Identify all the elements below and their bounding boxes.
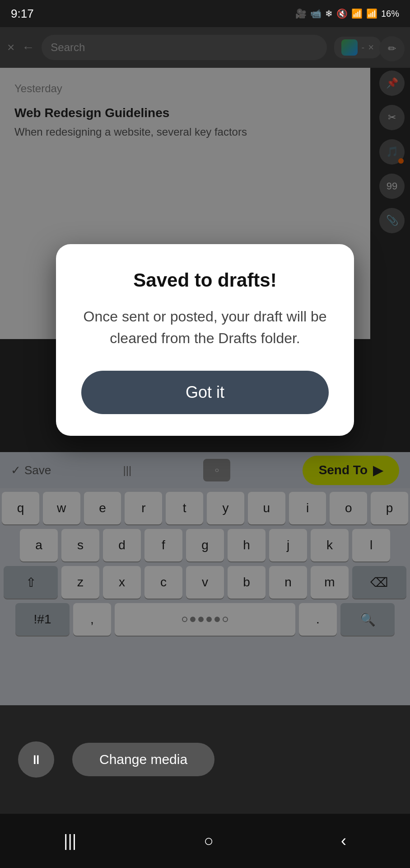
status-icons: 🎥 📹 ❄ 🔇 📶 📶 16% bbox=[295, 8, 399, 19]
modal-title: Saved to drafts! bbox=[81, 269, 329, 291]
mute-icon: 🔇 bbox=[336, 8, 348, 19]
got-it-button[interactable]: Got it bbox=[81, 371, 329, 414]
pause-icon: ⏸ bbox=[30, 752, 42, 767]
status-time: 9:17 bbox=[11, 7, 34, 21]
nav-recent-apps-icon[interactable]: ||| bbox=[64, 831, 76, 850]
battery-text: 16% bbox=[381, 9, 399, 19]
status-bar: 9:17 🎥 📹 ❄ 🔇 📶 📶 16% bbox=[0, 0, 410, 27]
media-bar: ⏸ Change media bbox=[0, 705, 410, 814]
wifi-icon: 📶 bbox=[351, 8, 363, 19]
saved-to-drafts-modal: Saved to drafts! Once sent or posted, yo… bbox=[56, 244, 354, 436]
signal-icon: 📶 bbox=[366, 8, 377, 19]
navigation-bar: ||| ○ ‹ bbox=[0, 814, 410, 868]
nav-home-icon[interactable]: ○ bbox=[204, 831, 214, 850]
video-icon: 📹 bbox=[310, 8, 321, 19]
modal-body: Once sent or posted, your draft will be … bbox=[81, 306, 329, 349]
bluetooth-icon: ❄ bbox=[325, 8, 333, 19]
nav-back-icon[interactable]: ‹ bbox=[341, 831, 346, 850]
camera-icon: 🎥 bbox=[295, 8, 307, 19]
pause-button[interactable]: ⏸ bbox=[18, 741, 54, 778]
change-media-button[interactable]: Change media bbox=[72, 743, 214, 776]
